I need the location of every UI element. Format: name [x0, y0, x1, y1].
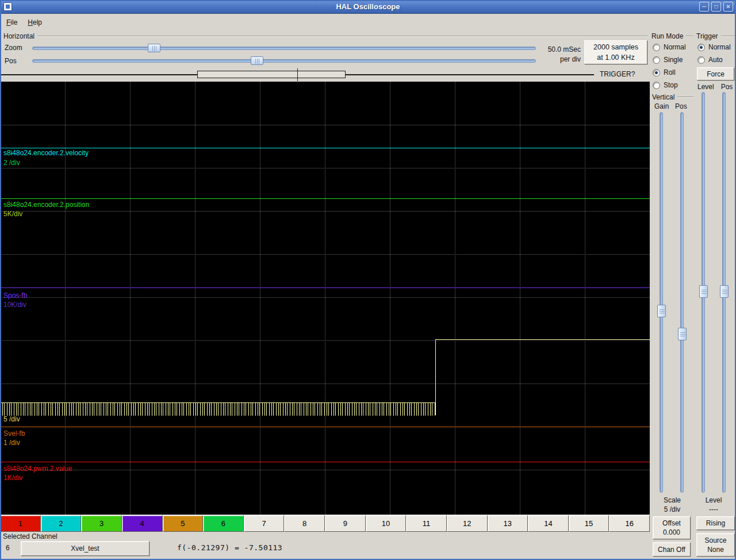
samples-line1: 2000 samples	[593, 42, 638, 52]
chan-off-label: Chan Off	[658, 545, 685, 554]
channel-button-5[interactable]: 5	[163, 515, 204, 532]
window-title: HAL Oscilloscope	[0, 2, 736, 11]
channel-scale-label: 1K/div	[3, 474, 22, 482]
record-trigger-tick	[297, 68, 298, 81]
edge-button-label: Rising	[706, 519, 725, 528]
vertical-frame: Vertical	[652, 93, 693, 101]
channel-button-15[interactable]: 15	[569, 515, 610, 532]
menu-file[interactable]: File	[1, 16, 22, 29]
run-mode-normal[interactable]: Normal	[653, 41, 686, 53]
gain-label: Gain	[654, 102, 669, 110]
selected-channel-name: Xvel_test	[71, 544, 99, 553]
channel-button-14[interactable]: 14	[528, 515, 569, 532]
hpos-slider-trough[interactable]	[32, 59, 536, 63]
gain-slider-trough[interactable]	[660, 112, 663, 493]
channel-name-label: s8i48o24.encoder.2.position	[3, 201, 89, 209]
hpos-slider[interactable]	[32, 56, 536, 65]
radio-label: Normal	[664, 43, 686, 51]
radio-icon[interactable]	[697, 44, 705, 51]
run-mode-stop[interactable]: Stop	[653, 79, 686, 91]
trigger-auto[interactable]: Auto	[697, 53, 731, 66]
gain-slider[interactable]	[657, 112, 666, 493]
zoom-slider[interactable]	[32, 44, 536, 52]
edge-button[interactable]: Rising	[696, 516, 735, 530]
hpos-label: Pos	[5, 57, 17, 65]
trace-svel-fb	[0, 427, 650, 427]
offset-button-label: Offset	[662, 519, 681, 528]
selected-channel-number: 6	[6, 544, 10, 552]
horizontal-frame-label: Horizontal	[3, 32, 34, 40]
run-mode-roll[interactable]: Roll	[653, 66, 686, 79]
channel-button-6[interactable]: 6	[203, 515, 244, 532]
run-mode-label: Run Mode	[651, 32, 683, 40]
force-button-label: Force	[707, 70, 724, 79]
trigger-pos-slider-thumb[interactable]	[720, 285, 729, 298]
frame-groove	[721, 36, 735, 37]
channel-name-label: s8i48o24.pwm.2.value	[3, 465, 72, 473]
channel-button-8[interactable]: 8	[284, 515, 325, 532]
trigger-source-button[interactable]: Source None	[696, 533, 735, 557]
channel-scale-label: 2 /div	[3, 159, 20, 167]
scale-value: 5 /div	[650, 505, 695, 513]
minimize-icon[interactable]: ─	[699, 2, 709, 11]
maximize-icon[interactable]: □	[711, 2, 721, 11]
source-button-label: Source	[704, 536, 726, 545]
vertical-pos-slider[interactable]	[678, 112, 687, 493]
selected-channel-label: Selected Channel	[3, 532, 57, 540]
channel-button-2[interactable]: 2	[41, 515, 82, 532]
channel-button-12[interactable]: 12	[447, 515, 488, 532]
radio-icon[interactable]	[653, 44, 660, 51]
menu-help[interactable]: Help	[22, 16, 47, 29]
force-button[interactable]: Force	[697, 67, 734, 80]
record-length-button[interactable]: 2000 samples at 1.00 KHz	[584, 40, 647, 64]
source-button-value: None	[707, 545, 724, 554]
vertical-pos-slider-trough[interactable]	[680, 112, 684, 493]
radio-icon[interactable]	[653, 69, 660, 76]
channel-button-9[interactable]: 9	[325, 515, 366, 532]
gain-slider-thumb[interactable]	[657, 305, 666, 317]
radio-icon[interactable]	[697, 56, 705, 64]
offset-button[interactable]: Offset 0.000	[653, 516, 691, 539]
trace-xvel-step	[435, 339, 436, 415]
rate-line1: 50.0 mSec	[535, 45, 581, 55]
trigger-level-slider-thumb[interactable]	[699, 285, 708, 298]
hpos-slider-thumb[interactable]	[251, 56, 263, 65]
radio-icon[interactable]	[653, 56, 660, 64]
frame-groove	[686, 36, 693, 37]
channel-button-3[interactable]: 3	[81, 515, 122, 532]
zoom-slider-thumb[interactable]	[148, 44, 160, 52]
trigger-pos-slider[interactable]	[720, 92, 729, 493]
radio-label: Single	[664, 56, 683, 64]
trigger-level-value: ----	[697, 505, 730, 513]
vertical-pos-slider-thumb[interactable]	[678, 328, 687, 340]
channel-name-label: Spos-fb	[3, 291, 27, 300]
close-icon[interactable]: ✕	[723, 2, 733, 11]
channel-button-7[interactable]: 7	[244, 515, 285, 532]
run-mode-single[interactable]: Single	[653, 53, 686, 66]
channel-scale-label: 5K/div	[3, 210, 22, 218]
scope-display: s8i48o24.encoder.2.velocity 2 /div s8i48…	[0, 82, 650, 515]
titlebar[interactable]: HAL Oscilloscope ─ □ ✕	[0, 0, 736, 14]
trace-pwm-value	[0, 462, 650, 462]
cursor-readout: f(-0.21297) = -7.50113	[177, 543, 282, 552]
zoom-slider-trough[interactable]	[32, 47, 536, 50]
radio-icon[interactable]	[653, 82, 660, 89]
channel-button-16[interactable]: 16	[609, 515, 650, 532]
trace-xvel-pulse-train	[0, 402, 435, 416]
samples-line2: at 1.00 KHz	[597, 52, 634, 63]
channel-button-1[interactable]: 1	[0, 515, 41, 532]
trigger-normal[interactable]: Normal	[697, 41, 731, 53]
selected-channel-name-box[interactable]: Xvel_test	[21, 541, 150, 556]
channel-button-4[interactable]: 4	[122, 515, 163, 532]
chan-off-button[interactable]: Chan Off	[653, 542, 691, 557]
channel-button-13[interactable]: 13	[488, 515, 528, 532]
radio-label: Auto	[708, 56, 723, 64]
horizontal-frame: Horizontal	[3, 32, 647, 40]
sample-rate-readout: 50.0 mSec per div	[535, 45, 581, 64]
channel-button-11[interactable]: 11	[406, 515, 447, 532]
trigger-level-slider[interactable]	[699, 92, 708, 493]
rate-line2: per div	[535, 55, 581, 64]
channel-name-label: s8i48o24.encoder.2.velocity	[3, 149, 89, 157]
trace-spos-fb	[0, 287, 650, 288]
channel-button-10[interactable]: 10	[366, 515, 407, 532]
